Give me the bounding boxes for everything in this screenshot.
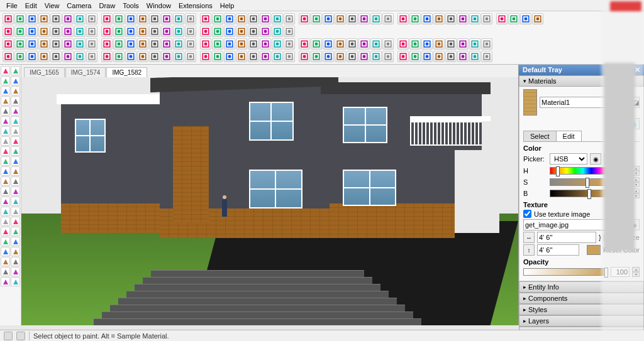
toolbar-button[interactable]	[224, 13, 235, 24]
toolbar-button[interactable]	[74, 26, 86, 37]
toolbar-button[interactable]	[200, 38, 211, 50]
tool-button[interactable]	[11, 227, 20, 236]
toolbar-button[interactable]	[113, 51, 125, 62]
toolbar-button[interactable]	[62, 26, 74, 37]
toolbar-button[interactable]	[335, 13, 346, 24]
toolbar-button[interactable]	[113, 38, 125, 50]
toolbar-button[interactable]	[445, 38, 457, 50]
toolbar-button[interactable]	[370, 38, 382, 50]
toolbar-button[interactable]	[311, 13, 322, 24]
menu-window[interactable]: Window	[143, 2, 175, 9]
toolbar-button[interactable]	[457, 13, 469, 24]
toolbar-button[interactable]	[200, 26, 211, 37]
bri-slider[interactable]	[550, 190, 608, 197]
tool-button[interactable]	[11, 136, 20, 146]
toolbar-button[interactable]	[161, 51, 172, 62]
toolbar-button[interactable]	[224, 26, 235, 37]
tool-button[interactable]	[1, 217, 10, 226]
toolbar-button[interactable]	[173, 13, 184, 24]
tool-button[interactable]	[11, 237, 20, 246]
toolbar-button[interactable]	[38, 13, 50, 24]
tool-button[interactable]	[11, 197, 20, 206]
toolbar-button[interactable]	[469, 38, 480, 50]
bri-input[interactable]	[611, 188, 630, 198]
toolbar-button[interactable]	[469, 13, 480, 24]
menu-view[interactable]: View	[41, 2, 64, 9]
toolbar-button[interactable]	[481, 38, 492, 50]
toolbar-button[interactable]	[299, 13, 310, 24]
tray-title-bar[interactable]: Default Tray ✕	[519, 65, 644, 75]
toolbar-button[interactable]	[335, 38, 346, 50]
toolbar-button[interactable]	[3, 13, 14, 24]
tool-button[interactable]	[11, 146, 20, 156]
toolbar-button[interactable]	[62, 38, 74, 50]
subtab-select[interactable]: Select	[523, 131, 557, 141]
toolbar-button[interactable]	[26, 38, 38, 50]
color-screen-icon[interactable]: ▣	[604, 153, 615, 165]
tool-button[interactable]	[1, 116, 10, 126]
toolbar-button[interactable]	[260, 51, 271, 62]
toolbar-button[interactable]	[284, 26, 295, 37]
toolbar-button[interactable]	[149, 38, 160, 50]
tool-button[interactable]	[1, 247, 10, 256]
toolbar-button[interactable]	[14, 13, 26, 24]
menu-help[interactable]: Help	[216, 2, 238, 9]
toolbar-button[interactable]	[311, 38, 322, 50]
tool-button[interactable]	[1, 267, 10, 276]
toolbar-button[interactable]	[347, 51, 358, 62]
edit-texture-button[interactable]: ◈	[630, 219, 640, 230]
toolbar-button[interactable]	[101, 38, 113, 50]
tool-button[interactable]	[11, 257, 20, 266]
menu-camera[interactable]: Camera	[63, 2, 95, 9]
toolbar-button[interactable]	[481, 13, 492, 24]
reset-color-swatch[interactable]	[587, 245, 601, 255]
tool-button[interactable]	[1, 277, 10, 286]
toolbar-button[interactable]	[50, 26, 62, 37]
menu-edit[interactable]: Edit	[21, 2, 41, 9]
toolbar-button[interactable]	[323, 13, 334, 24]
toolbar-button[interactable]	[101, 51, 113, 62]
sat-slider[interactable]	[550, 178, 608, 186]
toolbar-button[interactable]	[433, 13, 445, 24]
toolbar-button[interactable]	[248, 51, 259, 62]
toolbar-button[interactable]	[200, 13, 211, 24]
opacity-input[interactable]	[611, 267, 630, 277]
toolbar-button[interactable]	[62, 13, 74, 24]
toolbar-button[interactable]	[137, 38, 148, 50]
toolbar-button[interactable]	[137, 51, 148, 62]
tool-button[interactable]	[11, 126, 20, 136]
toolbar-button[interactable]	[3, 38, 14, 50]
tool-button[interactable]	[1, 187, 10, 196]
tool-button[interactable]	[11, 187, 20, 196]
toolbar-button[interactable]	[185, 38, 196, 50]
toolbar-button[interactable]	[382, 38, 394, 50]
tool-button[interactable]	[1, 66, 10, 75]
tool-button[interactable]	[11, 247, 20, 256]
toolbar-button[interactable]	[358, 38, 370, 50]
toolbar-button[interactable]	[137, 26, 148, 37]
toolbar-button[interactable]	[272, 26, 283, 37]
toolbar-button[interactable]	[397, 38, 409, 50]
toolbar-button[interactable]	[445, 51, 457, 62]
toolbar-button[interactable]	[284, 13, 295, 24]
toolbar-button[interactable]	[185, 13, 196, 24]
toolbar-button[interactable]	[469, 51, 480, 62]
toolbar-button[interactable]	[508, 13, 519, 24]
tool-button[interactable]	[11, 96, 20, 106]
use-texture-checkbox[interactable]	[523, 210, 531, 218]
tool-button[interactable]	[1, 197, 10, 206]
toolbar-button[interactable]	[101, 13, 113, 24]
panel-layers[interactable]: Layers	[519, 315, 644, 327]
toolbar-button[interactable]	[212, 51, 223, 62]
texture-width-input[interactable]	[537, 232, 596, 243]
subtab-edit[interactable]: Edit	[556, 131, 582, 141]
tool-button[interactable]	[11, 106, 20, 116]
tool-button[interactable]	[1, 76, 10, 85]
toolbar-button[interactable]	[125, 26, 136, 37]
toolbar-button[interactable]	[224, 38, 235, 50]
material-preview-swatch[interactable]	[523, 89, 537, 116]
toolbar-button[interactable]	[173, 26, 184, 37]
tool-button[interactable]	[1, 156, 10, 166]
status-geo-icon[interactable]	[4, 332, 13, 340]
toolbar-button[interactable]	[347, 38, 358, 50]
